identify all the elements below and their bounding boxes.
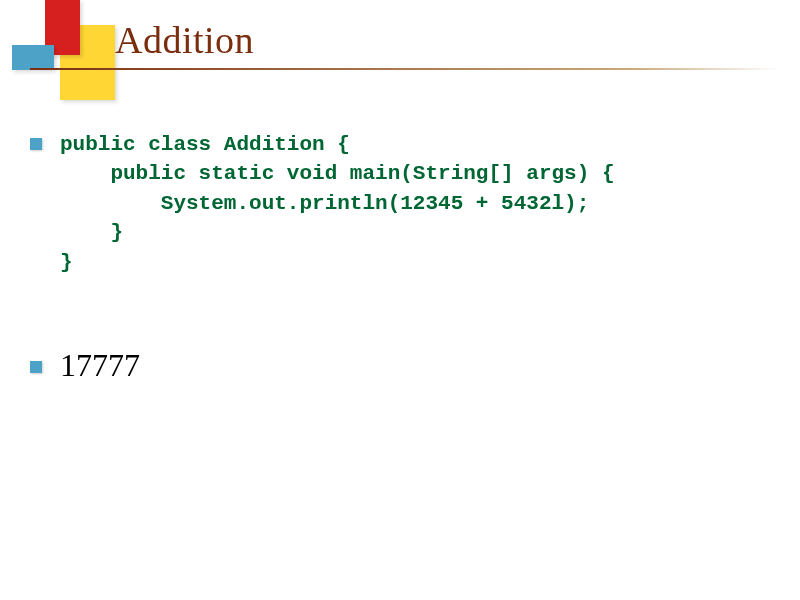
- code-line-3: System.out.println(12345 + 5432l);: [60, 192, 589, 215]
- code-bullet-row: public class Addition { public static vo…: [30, 130, 770, 277]
- slide-title: Addition: [115, 18, 254, 62]
- code-line-4: }: [60, 221, 123, 244]
- output-text: 17777: [60, 347, 140, 384]
- code-block: public class Addition { public static vo…: [60, 130, 615, 277]
- title-underline: [30, 68, 780, 70]
- code-line-5: }: [60, 251, 73, 274]
- code-line-1: public class Addition {: [60, 133, 350, 156]
- code-line-2: public static void main(String[] args) {: [60, 162, 615, 185]
- bullet-icon: [30, 361, 42, 373]
- content-area: public class Addition { public static vo…: [30, 130, 770, 384]
- bullet-icon: [30, 138, 42, 150]
- output-bullet-row: 17777: [30, 347, 770, 384]
- title-area: Addition: [0, 18, 800, 78]
